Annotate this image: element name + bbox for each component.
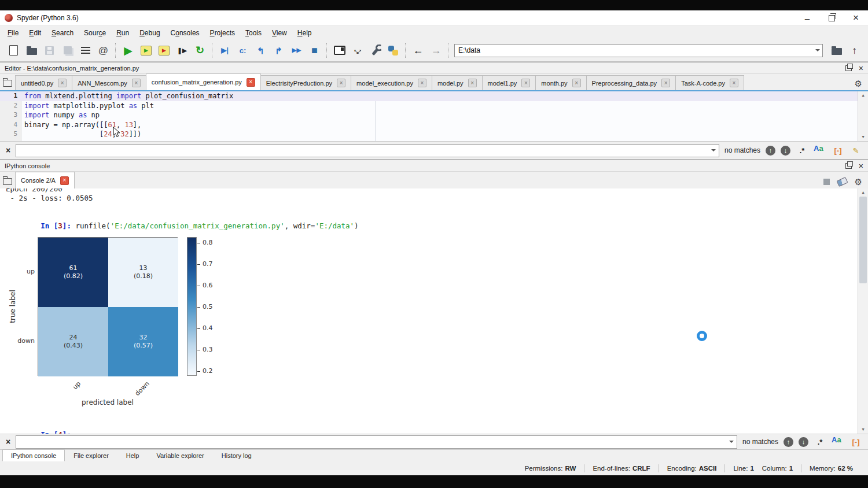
undock-pane-icon[interactable] <box>845 163 852 169</box>
find-previous-icon[interactable]: ↑ <box>784 437 793 447</box>
close-tab-icon[interactable]: × <box>337 79 345 87</box>
find-input[interactable] <box>16 436 737 448</box>
menu-debug[interactable]: Debug <box>134 28 165 38</box>
rerun-cell-icon[interactable]: ▶ <box>155 42 173 59</box>
save-all-icon[interactable] <box>58 42 76 59</box>
tab-confusion_matrix_generation-py[interactable]: confusion_matrix_generation.py× <box>146 73 261 90</box>
pane-tab-variable-explorer[interactable]: Variable explorer <box>148 449 212 461</box>
menu-edit[interactable]: Edit <box>24 28 46 38</box>
clear-console-icon[interactable] <box>836 176 848 186</box>
save-icon[interactable] <box>41 42 58 59</box>
undock-pane-icon[interactable] <box>845 65 852 71</box>
back-icon[interactable]: ← <box>409 42 427 59</box>
find-next-icon[interactable]: ↓ <box>781 146 790 156</box>
close-pane-icon[interactable]: × <box>859 162 863 170</box>
code-editor[interactable]: 1from mlxtend.plotting import plot_confu… <box>0 90 868 141</box>
whole-word-icon[interactable]: [-] <box>849 436 862 448</box>
find-previous-icon[interactable]: ↑ <box>766 146 775 156</box>
code-line-1[interactable]: 1from mlxtend.plotting import plot_confu… <box>0 91 868 101</box>
debug-fastforward-icon[interactable]: ▶▶ <box>288 42 306 59</box>
console-options-gear-icon[interactable]: ⚙ <box>855 178 862 186</box>
tab-electrisitypreduction-py[interactable]: ElectrisityPreduction.py× <box>260 75 351 90</box>
highlight-icon[interactable]: ✎ <box>849 145 862 156</box>
menu-run[interactable]: Run <box>111 28 134 38</box>
run-icon[interactable]: ▶ <box>119 42 137 59</box>
outline-icon[interactable] <box>76 42 94 59</box>
debug-step-into-icon[interactable]: ↰ <box>252 42 270 59</box>
restore-icon[interactable] <box>819 10 844 25</box>
close-find-icon[interactable]: × <box>6 438 10 446</box>
case-sensitive-icon[interactable]: Aa <box>832 436 844 448</box>
browse-tabs-button[interactable] <box>0 175 15 188</box>
chevron-down-icon[interactable] <box>727 436 737 448</box>
pane-tab-help[interactable]: Help <box>117 449 148 461</box>
open-file-icon[interactable] <box>23 42 41 59</box>
menu-help[interactable]: Help <box>292 28 317 38</box>
tab-console-2a[interactable]: Console 2/A × <box>15 172 75 188</box>
pane-tab-ipython-console[interactable]: IPython console <box>2 449 65 461</box>
menu-tools[interactable]: Tools <box>240 28 267 38</box>
whole-word-icon[interactable]: [-] <box>832 145 844 156</box>
close-icon[interactable]: × <box>844 10 868 25</box>
close-find-icon[interactable]: × <box>6 146 10 154</box>
tab-untitled0-py[interactable]: untitled0.py× <box>15 75 72 90</box>
tab-ann_mescom-py[interactable]: ANN_Mescom.py× <box>72 75 146 90</box>
regex-icon[interactable]: .* <box>814 436 826 448</box>
debug-step-out-icon[interactable]: ↱ <box>270 42 288 59</box>
menu-source[interactable]: Source <box>79 28 111 38</box>
tab-task-a-code-py[interactable]: Task-A-code.py× <box>675 75 744 90</box>
new-file-icon[interactable] <box>5 42 23 59</box>
tab-preprocessing_data-py[interactable]: Preprocessing_data.py× <box>586 75 676 90</box>
console-scrollbar[interactable]: ▲ ▼ <box>858 188 868 434</box>
scroll-up-icon[interactable]: ▲ <box>858 190 868 195</box>
scroll-down-icon[interactable]: ▼ <box>858 427 868 432</box>
console-output[interactable]: Epoch 200/200 - 2s - loss: 0.0505 In [3]… <box>0 188 868 434</box>
tab-model_execution-py[interactable]: model_execution.py× <box>351 75 432 90</box>
minimize-icon[interactable]: – <box>795 10 819 25</box>
close-tab-icon[interactable]: × <box>247 78 255 87</box>
up-dir-icon[interactable]: ↑ <box>845 42 863 59</box>
close-tab-icon[interactable]: × <box>730 79 738 87</box>
pythonpath-icon[interactable] <box>384 42 402 59</box>
debug-step-icon[interactable]: ▶| <box>216 42 234 59</box>
find-next-icon[interactable]: ↓ <box>799 437 808 447</box>
scroll-down-icon[interactable]: ▼ <box>858 135 868 139</box>
forward-icon[interactable]: → <box>427 42 445 59</box>
case-sensitive-icon[interactable]: Aa <box>814 145 826 156</box>
pane-tab-file-explorer[interactable]: File explorer <box>65 449 117 461</box>
close-tab-icon[interactable]: × <box>418 79 426 87</box>
chevron-down-icon[interactable] <box>709 145 719 157</box>
close-tab-icon[interactable]: × <box>572 79 581 87</box>
pane-tab-history-log[interactable]: History log <box>213 449 260 461</box>
preferences-icon[interactable] <box>366 42 384 59</box>
chevron-down-icon[interactable] <box>812 45 822 57</box>
run-selection-icon[interactable]: ❚▶ <box>173 42 191 59</box>
run-cell-icon[interactable]: ▶ <box>137 42 155 59</box>
close-tab-icon[interactable]: × <box>60 176 69 185</box>
maximize-pane-icon[interactable] <box>348 42 366 59</box>
scrollbar-thumb[interactable] <box>859 197 867 283</box>
regex-icon[interactable]: .* <box>796 145 808 156</box>
open-dir-icon[interactable] <box>827 42 845 59</box>
find-input[interactable] <box>16 145 719 157</box>
menu-view[interactable]: View <box>267 28 292 38</box>
close-tab-icon[interactable]: × <box>468 79 477 87</box>
tab-model-py[interactable]: model.py× <box>432 75 483 90</box>
code-line-5[interactable]: 5 [24, 32]]) <box>0 130 868 139</box>
close-pane-icon[interactable]: × <box>859 64 863 72</box>
tab-month-py[interactable]: month.py× <box>535 75 586 90</box>
debug-continue-icon[interactable]: c: <box>234 42 252 59</box>
menu-file[interactable]: File <box>2 28 24 38</box>
editor-scrollbar[interactable]: ▲ ▼ <box>858 91 868 141</box>
menu-search[interactable]: Search <box>46 28 79 38</box>
close-tab-icon[interactable]: × <box>132 79 141 87</box>
code-line-2[interactable]: 2import matplotlib.pyplot as plt <box>0 101 868 111</box>
symbol-finder-icon[interactable]: @ <box>94 42 112 59</box>
close-tab-icon[interactable]: × <box>521 79 530 87</box>
interrupt-kernel-icon[interactable] <box>823 179 830 185</box>
browse-tabs-button[interactable] <box>0 76 15 90</box>
debug-stop-icon[interactable]: ■ <box>306 42 323 59</box>
new-window-icon[interactable] <box>330 42 348 59</box>
menu-projects[interactable]: Projects <box>205 28 240 38</box>
restart-icon[interactable]: ↻ <box>191 42 209 59</box>
